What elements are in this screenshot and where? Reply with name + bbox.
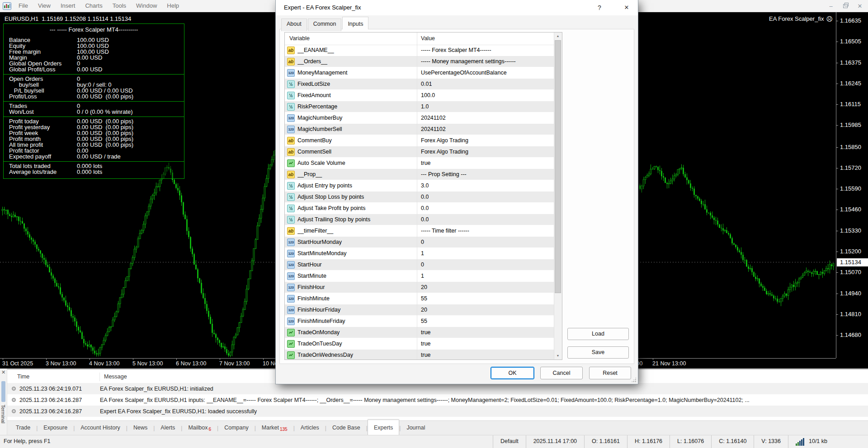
input-row[interactable]: ab__Orders__----- Money management setti…: [285, 56, 554, 67]
tab-code-base[interactable]: Code Base: [326, 421, 366, 435]
tab-news[interactable]: News: [127, 421, 153, 435]
tab-exposure[interactable]: Exposure: [38, 421, 73, 435]
input-row[interactable]: abCommentBuyForex Algo Trading: [285, 135, 554, 146]
dialog-tab-inputs[interactable]: Inputs: [342, 17, 368, 29]
journal-row[interactable]: 2025.11.23 06:24:16.287EA Forex Scalper_…: [7, 394, 868, 406]
reset-button[interactable]: Reset: [589, 367, 631, 379]
tab-journal[interactable]: Journal: [401, 421, 431, 435]
price-tick-label: 1.16505: [836, 38, 861, 45]
input-row[interactable]: 123StartHourMonday0: [285, 237, 554, 248]
input-row[interactable]: Auto Scale Volumetrue: [285, 158, 554, 169]
input-row[interactable]: 123FinishMinuteFriday55: [285, 316, 554, 327]
tab-trade[interactable]: Trade: [10, 421, 36, 435]
cancel-button[interactable]: Cancel: [540, 367, 583, 379]
variable-name: TradeOnWednessDay: [297, 352, 421, 358]
dialog-close-icon[interactable]: ✕: [619, 3, 634, 13]
variable-value: 1: [421, 250, 424, 257]
variable-value: 3.0: [421, 182, 429, 189]
menu-item-file[interactable]: File: [14, 0, 33, 12]
price-axis[interactable]: 1.166351.165051.163751.162451.161151.159…: [836, 12, 868, 358]
menu-item-window[interactable]: Window: [131, 0, 162, 12]
type-half-icon: ½: [287, 92, 295, 99]
tab-label: Company: [224, 425, 249, 431]
dialog-resize-grip[interactable]: [631, 377, 637, 383]
info-label: Expected payoff: [4, 154, 77, 159]
input-row[interactable]: ½RiskPercentage1.0: [285, 101, 554, 112]
terminal-panel-label: Terminal: [0, 405, 6, 424]
tab-alerts[interactable]: Alerts: [155, 421, 181, 435]
tab-articles[interactable]: Articles: [295, 421, 325, 435]
info-value: 0.00 USD (0.00 pips): [77, 93, 133, 99]
variable-value: Forex Algo Trading: [421, 149, 468, 155]
dialog-title-bar[interactable]: Expert - EA Forex Scalper_fix ? ✕: [276, 0, 638, 15]
tab-account-history[interactable]: Account History: [75, 421, 126, 435]
menu-item-insert[interactable]: Insert: [56, 0, 80, 12]
time-tick-label: 5 Nov 13:00: [132, 360, 163, 367]
input-row[interactable]: 123FinishMinute55: [285, 293, 554, 304]
type-123-icon: 123: [287, 272, 295, 280]
variable-value: UsePercentageOfAccountBalance: [421, 70, 507, 76]
input-row[interactable]: ½Adjust Take Profit by points0.0: [285, 203, 554, 214]
input-row[interactable]: ab__timeFilter__----- Time filter ------: [285, 225, 554, 237]
tab-label: Code Base: [332, 425, 360, 431]
menu-item-tools[interactable]: Tools: [108, 0, 131, 12]
scrollbar-thumb[interactable]: [555, 40, 561, 293]
input-row[interactable]: 123MagicNumberBuy20241102: [285, 112, 554, 124]
variable-value: 0: [421, 239, 424, 245]
journal-row[interactable]: 2025.11.23 06:24:16.287Expert EA Forex S…: [7, 406, 868, 417]
status-segment-profile[interactable]: Default: [493, 435, 526, 448]
type-ab-icon: ab: [287, 47, 295, 54]
tab-experts[interactable]: Experts: [368, 420, 399, 435]
tab-market[interactable]: Market135: [256, 421, 293, 435]
journal-row[interactable]: 2025.11.23 06:24:19.071EA Forex Scalper_…: [7, 383, 868, 394]
input-row[interactable]: abCommentSellForex Algo Trading: [285, 146, 554, 158]
table-scrollbar[interactable]: ▲ ▼: [554, 33, 562, 359]
terminal-strip-thumb[interactable]: [1, 381, 5, 402]
input-row[interactable]: ½Adjust Stop Loss by points0.0: [285, 191, 554, 203]
input-row[interactable]: 123MagicNumberSell20241102: [285, 124, 554, 135]
scrollbar-down-arrow-icon[interactable]: ▼: [554, 352, 561, 359]
scrollbar-up-arrow-icon[interactable]: ▲: [554, 33, 561, 40]
input-row[interactable]: ½Adjust Trailing Stop by points0.0: [285, 214, 554, 225]
input-row[interactable]: 123FinishHourFriday20: [285, 304, 554, 316]
dialog-tab-common[interactable]: Common: [308, 19, 342, 31]
input-row[interactable]: TradeOnMondaytrue: [285, 327, 554, 338]
terminal-side-strip: ✕ Terminal: [0, 369, 7, 435]
input-row[interactable]: ab__EANAME__----- Forex Scalper MT4-----…: [285, 45, 554, 56]
variable-name: Adjust Stop Loss by points: [297, 194, 421, 200]
journal-entry-icon: [12, 398, 16, 402]
input-row[interactable]: 123MoneyManagementUsePercentageOfAccount…: [285, 67, 554, 79]
input-row[interactable]: ½FixedAmount100.0: [285, 90, 554, 101]
input-row[interactable]: TradeOnWednessDaytrue: [285, 350, 554, 360]
input-row[interactable]: 123StartHour0: [285, 259, 554, 271]
input-row[interactable]: ab__Prop__--- Prop Setting ---: [285, 169, 554, 180]
dialog-help-button[interactable]: ?: [592, 3, 607, 13]
close-icon[interactable]: ✕: [854, 1, 866, 11]
tab-company[interactable]: Company: [218, 421, 255, 435]
minimize-icon[interactable]: –: [825, 1, 837, 11]
restore-icon[interactable]: [839, 1, 852, 11]
dialog-tab-about[interactable]: About: [281, 19, 307, 31]
menu-item-help[interactable]: Help: [162, 0, 184, 12]
status-segment-label: Default: [500, 438, 519, 444]
tab-label: Journal: [406, 425, 425, 431]
input-row[interactable]: TradeOnTuesDaytrue: [285, 338, 554, 350]
tab-mailbox[interactable]: Mailbox6: [182, 421, 217, 435]
load-button[interactable]: Load: [567, 328, 629, 340]
input-row[interactable]: 123FinishHour20: [285, 282, 554, 293]
menu-item-charts[interactable]: Charts: [80, 0, 107, 12]
input-row[interactable]: ½FixedLotSize0.01: [285, 79, 554, 90]
input-row[interactable]: ½Adjust Entry by points3.0: [285, 180, 554, 191]
ok-button[interactable]: OK: [491, 367, 534, 379]
input-row[interactable]: 123StartMinute1: [285, 271, 554, 282]
terminal-close-icon[interactable]: ✕: [1, 369, 5, 375]
save-button[interactable]: Save: [567, 346, 629, 359]
variable-value: Forex Algo Trading: [421, 137, 468, 144]
input-row[interactable]: 123StartMinuteMonday1: [285, 248, 554, 259]
variable-value: 0: [421, 261, 424, 268]
info-label: Profit/Loss: [4, 93, 77, 99]
status-segment-open: O: 1.16161: [584, 435, 627, 448]
variable-name: MoneyManagement: [297, 70, 421, 76]
menu-item-view[interactable]: View: [33, 0, 56, 12]
variable-value: 20241102: [421, 126, 446, 132]
